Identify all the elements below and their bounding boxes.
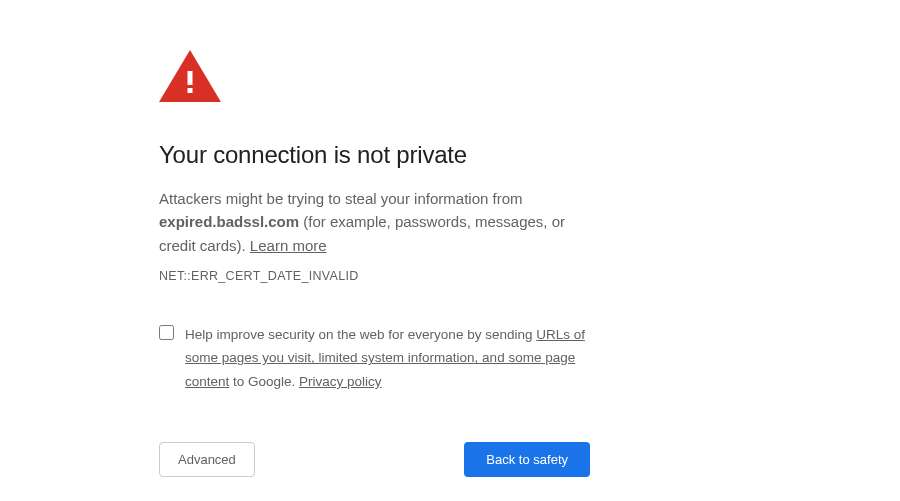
svg-rect-2 [188, 88, 193, 93]
description-prefix: Attackers might be trying to steal your … [159, 190, 522, 207]
opt-in-text: Help improve security on the web for eve… [185, 323, 590, 394]
warning-description: Attackers might be trying to steal your … [159, 187, 590, 257]
error-code: NET::ERR_CERT_DATE_INVALID [159, 269, 590, 283]
learn-more-link[interactable]: Learn more [250, 237, 327, 254]
warning-triangle-icon [159, 50, 590, 106]
opt-in-middle: to Google. [229, 374, 299, 389]
button-row: Advanced Back to safety [159, 442, 590, 477]
warning-domain: expired.badssl.com [159, 213, 299, 230]
back-to-safety-button[interactable]: Back to safety [464, 442, 590, 477]
opt-in-row: Help improve security on the web for eve… [159, 323, 590, 394]
svg-rect-1 [188, 71, 193, 85]
advanced-button[interactable]: Advanced [159, 442, 255, 477]
page-title: Your connection is not private [159, 141, 590, 169]
opt-in-checkbox[interactable] [159, 325, 174, 340]
opt-in-prefix: Help improve security on the web for eve… [185, 327, 536, 342]
privacy-policy-link[interactable]: Privacy policy [299, 374, 382, 389]
